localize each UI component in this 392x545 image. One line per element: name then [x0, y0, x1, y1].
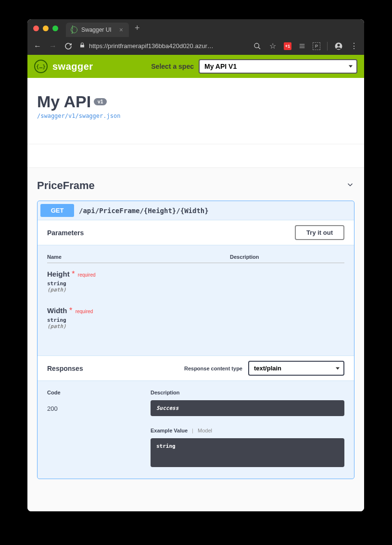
col-desc-header: Description [230, 254, 344, 260]
tab-title: Swagger UI [81, 26, 112, 33]
star-icon[interactable]: ☆ [268, 41, 277, 51]
tab-separator: | [192, 428, 193, 433]
close-window-button[interactable] [33, 25, 39, 31]
example-value-box: string [151, 438, 344, 467]
try-it-out-button[interactable]: Try it out [295, 225, 344, 240]
swagger-json-link[interactable]: /swagger/v1/swagger.json [37, 113, 120, 119]
traffic-lights [33, 25, 58, 31]
chevron-down-icon [346, 180, 354, 191]
spec-label: Select a spec [151, 63, 194, 70]
url-field[interactable]: https://printframerapif136bba420d020.azu… [79, 42, 246, 50]
response-content-type-select[interactable]: text/plain [248, 361, 344, 376]
responses-body: Code Description 200 Success Example Val… [38, 381, 354, 479]
model-tab[interactable]: Model [198, 428, 212, 433]
response-code: 200 [47, 400, 151, 467]
param-type: string [47, 280, 344, 287]
svg-rect-2 [300, 44, 305, 45]
tag-header[interactable]: PriceFrame [37, 176, 354, 196]
browser-tab[interactable]: { } Swagger UI × [66, 23, 129, 37]
method-badge: GET [40, 204, 74, 217]
profile-icon[interactable] [334, 42, 343, 51]
operation-summary[interactable]: GET /api/PriceFrame/{Height}/{Width} [38, 201, 354, 220]
minimize-window-button[interactable] [43, 25, 49, 31]
swagger-header: {…} swagger Select a spec My API V1 [27, 55, 364, 78]
parameters-header: Parameters Try it out [38, 220, 354, 245]
example-value-tab[interactable]: Example Value [151, 428, 188, 433]
responses-title: Responses [47, 365, 83, 372]
swagger-logo-text: swagger [52, 61, 93, 72]
param-type: string [47, 317, 344, 323]
parameters-title: Parameters [47, 229, 84, 237]
info-section: My API v1 /swagger/v1/swagger.json [27, 78, 364, 144]
tag-name: PriceFrame [37, 179, 95, 192]
operation-body: Parameters Try it out Name Description H… [38, 220, 354, 479]
responses-header: Responses Response content type text/pla… [38, 355, 354, 381]
reload-icon[interactable] [64, 42, 73, 50]
lock-icon [79, 42, 85, 50]
response-table-header: Code Description [47, 390, 344, 400]
spec-select[interactable]: My API V1 [199, 59, 357, 74]
api-title-text: My API [37, 92, 91, 111]
zoom-icon[interactable] [253, 42, 262, 50]
spacer [27, 144, 364, 168]
param-in: (path) [47, 287, 344, 293]
swagger-logo-icon: {…} [34, 60, 48, 73]
required-label: required [78, 272, 96, 278]
forward-icon[interactable]: → [49, 42, 57, 51]
maximize-window-button[interactable] [52, 25, 58, 31]
title-bar: { } Swagger UI × + [27, 19, 364, 37]
svg-point-6 [337, 44, 340, 46]
response-row: 200 Success Example Value | Model string [47, 400, 344, 467]
required-label: required [76, 309, 93, 314]
required-star-icon: * [69, 306, 72, 315]
response-content-type-label: Response content type [184, 366, 242, 371]
tag-section: PriceFrame GET /api/PriceFrame/{Height}/… [27, 168, 364, 487]
parameters-body: Name Description Height * required strin… [38, 245, 354, 355]
new-tab-button[interactable]: + [135, 23, 140, 33]
response-description: Success [151, 400, 344, 416]
browser-window: { } Swagger UI × + ← → https://printfram… [27, 19, 364, 511]
response-description-column: Success Example Value | Model string [151, 400, 344, 467]
browser-right-icons: ☆ +1 P ⋮ [253, 41, 358, 51]
col-name-header: Name [47, 254, 230, 260]
extension-icon-1[interactable]: +1 [284, 42, 291, 50]
back-icon[interactable]: ← [33, 42, 42, 51]
operation-path: /api/PriceFrame/{Height}/{Width} [79, 207, 209, 215]
operation-block: GET /api/PriceFrame/{Height}/{Width} Par… [37, 201, 354, 479]
example-tabs: Example Value | Model [151, 428, 344, 433]
param-row: Width * required string (path) [47, 300, 344, 336]
page-content: {…} swagger Select a spec My API V1 My A… [27, 55, 364, 511]
param-table-header: Name Description [47, 254, 344, 263]
required-star-icon: * [72, 270, 75, 278]
menu-icon[interactable]: ⋮ [350, 41, 358, 51]
address-bar: ← → https://printframerapif136bba420d020… [27, 37, 364, 55]
divider [327, 42, 328, 51]
close-tab-icon[interactable]: × [119, 26, 123, 34]
version-badge: v1 [94, 98, 107, 105]
param-row: Height * required string (path) [47, 263, 344, 300]
api-title: My API v1 [37, 92, 354, 111]
param-name: Height [47, 270, 70, 278]
svg-rect-3 [300, 45, 305, 46]
svg-line-1 [258, 47, 260, 49]
url-text: https://printframerapif136bba420d020.azu… [89, 42, 214, 50]
param-name: Width [47, 306, 67, 315]
rcol-desc-header: Description [151, 390, 344, 395]
svg-rect-4 [300, 47, 305, 48]
svg-point-0 [254, 43, 259, 48]
rcol-code-header: Code [47, 390, 151, 395]
param-in: (path) [47, 323, 344, 330]
extension-icon-2[interactable] [298, 42, 306, 50]
extension-icon-3[interactable]: P [313, 42, 320, 50]
swagger-favicon-icon: { } [71, 26, 77, 33]
